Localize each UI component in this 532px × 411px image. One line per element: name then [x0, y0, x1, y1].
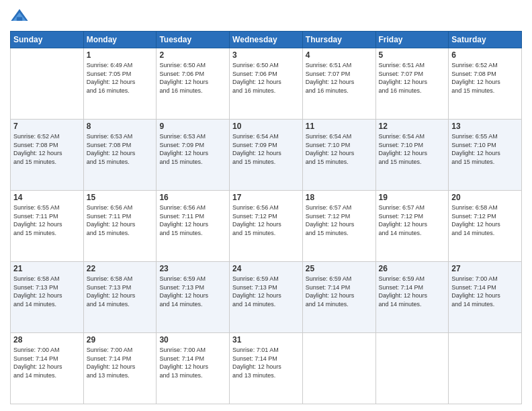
calendar-cell: 6Sunrise: 6:52 AM Sunset: 7:08 PM Daylig… [449, 48, 522, 120]
calendar-body: 1Sunrise: 6:49 AM Sunset: 7:05 PM Daylig… [11, 48, 522, 404]
day-number: 17 [232, 193, 300, 202]
logo [10, 7, 32, 26]
day-number: 25 [306, 264, 373, 273]
logo-icon [10, 7, 29, 26]
day-info: Sunrise: 6:49 AM Sunset: 7:05 PM Dayligh… [87, 61, 154, 95]
calendar-cell: 17Sunrise: 6:56 AM Sunset: 7:12 PM Dayli… [230, 191, 303, 262]
day-info: Sunrise: 6:59 AM Sunset: 7:14 PM Dayligh… [379, 275, 446, 308]
calendar-cell [302, 333, 375, 404]
weekday-header-cell: Sunday [11, 32, 84, 48]
day-number: 7 [13, 122, 81, 131]
calendar-cell: 4Sunrise: 6:51 AM Sunset: 7:07 PM Daylig… [302, 48, 375, 120]
day-number: 28 [13, 335, 81, 345]
calendar-cell: 29Sunrise: 7:00 AM Sunset: 7:14 PM Dayli… [83, 333, 157, 404]
day-info: Sunrise: 6:54 AM Sunset: 7:09 PM Dayligh… [232, 132, 300, 166]
calendar-week-row: 14Sunrise: 6:55 AM Sunset: 7:11 PM Dayli… [11, 191, 522, 262]
day-number: 3 [232, 50, 300, 60]
day-info: Sunrise: 7:00 AM Sunset: 7:14 PM Dayligh… [159, 346, 226, 379]
day-number: 5 [379, 50, 446, 60]
day-info: Sunrise: 6:55 AM Sunset: 7:10 PM Dayligh… [451, 132, 519, 166]
day-info: Sunrise: 6:56 AM Sunset: 7:11 PM Dayligh… [159, 203, 226, 237]
weekday-header-cell: Wednesday [230, 32, 303, 48]
day-number: 1 [87, 50, 154, 60]
weekday-header-row: SundayMondayTuesdayWednesdayThursdayFrid… [11, 32, 522, 48]
day-info: Sunrise: 7:00 AM Sunset: 7:14 PM Dayligh… [451, 275, 519, 308]
calendar-cell: 31Sunrise: 7:01 AM Sunset: 7:14 PM Dayli… [230, 333, 303, 404]
day-number: 9 [159, 122, 226, 131]
day-info: Sunrise: 6:58 AM Sunset: 7:13 PM Dayligh… [87, 275, 154, 308]
day-number: 6 [451, 50, 519, 60]
calendar-cell: 13Sunrise: 6:55 AM Sunset: 7:10 PM Dayli… [449, 120, 522, 191]
calendar-cell: 18Sunrise: 6:57 AM Sunset: 7:12 PM Dayli… [302, 191, 375, 262]
calendar-cell: 22Sunrise: 6:58 AM Sunset: 7:13 PM Dayli… [83, 262, 157, 333]
calendar-cell: 16Sunrise: 6:56 AM Sunset: 7:11 PM Dayli… [157, 191, 230, 262]
calendar-cell [449, 333, 522, 404]
day-info: Sunrise: 7:01 AM Sunset: 7:14 PM Dayligh… [232, 346, 300, 379]
day-number: 4 [306, 50, 373, 60]
day-info: Sunrise: 6:50 AM Sunset: 7:06 PM Dayligh… [232, 61, 300, 95]
calendar-cell: 7Sunrise: 6:52 AM Sunset: 7:08 PM Daylig… [11, 120, 84, 191]
day-number: 16 [159, 193, 226, 202]
day-info: Sunrise: 6:58 AM Sunset: 7:13 PM Dayligh… [13, 275, 81, 308]
calendar-cell: 28Sunrise: 7:00 AM Sunset: 7:14 PM Dayli… [11, 333, 84, 404]
svg-rect-2 [17, 17, 22, 21]
weekday-header-cell: Tuesday [157, 32, 230, 48]
day-number: 13 [451, 122, 519, 131]
day-info: Sunrise: 6:52 AM Sunset: 7:08 PM Dayligh… [451, 61, 519, 95]
day-number: 20 [451, 193, 519, 202]
weekday-header-cell: Saturday [449, 32, 522, 48]
calendar-cell: 27Sunrise: 7:00 AM Sunset: 7:14 PM Dayli… [449, 262, 522, 333]
day-number: 8 [87, 122, 154, 131]
header [10, 7, 522, 26]
calendar-table: SundayMondayTuesdayWednesdayThursdayFrid… [10, 31, 522, 404]
day-number: 19 [379, 193, 446, 202]
calendar-cell: 3Sunrise: 6:50 AM Sunset: 7:06 PM Daylig… [230, 48, 303, 120]
day-number: 10 [232, 122, 300, 131]
calendar-cell: 12Sunrise: 6:54 AM Sunset: 7:10 PM Dayli… [375, 120, 449, 191]
calendar-cell: 14Sunrise: 6:55 AM Sunset: 7:11 PM Dayli… [11, 191, 84, 262]
day-info: Sunrise: 6:59 AM Sunset: 7:14 PM Dayligh… [306, 275, 373, 308]
calendar-week-row: 21Sunrise: 6:58 AM Sunset: 7:13 PM Dayli… [11, 262, 522, 333]
day-info: Sunrise: 6:54 AM Sunset: 7:10 PM Dayligh… [306, 132, 373, 166]
day-number: 15 [87, 193, 154, 202]
calendar-cell: 1Sunrise: 6:49 AM Sunset: 7:05 PM Daylig… [83, 48, 157, 120]
day-info: Sunrise: 7:00 AM Sunset: 7:14 PM Dayligh… [13, 346, 81, 379]
day-number: 12 [379, 122, 446, 131]
calendar-cell [11, 48, 84, 120]
day-info: Sunrise: 6:57 AM Sunset: 7:12 PM Dayligh… [306, 203, 373, 237]
calendar-cell [375, 333, 449, 404]
day-info: Sunrise: 6:54 AM Sunset: 7:10 PM Dayligh… [379, 132, 446, 166]
calendar-cell: 26Sunrise: 6:59 AM Sunset: 7:14 PM Dayli… [375, 262, 449, 333]
day-info: Sunrise: 6:58 AM Sunset: 7:12 PM Dayligh… [451, 203, 519, 237]
day-number: 14 [13, 193, 81, 202]
calendar-cell: 2Sunrise: 6:50 AM Sunset: 7:06 PM Daylig… [157, 48, 230, 120]
weekday-header-cell: Monday [83, 32, 157, 48]
calendar-week-row: 7Sunrise: 6:52 AM Sunset: 7:08 PM Daylig… [11, 120, 522, 191]
calendar-cell: 20Sunrise: 6:58 AM Sunset: 7:12 PM Dayli… [449, 191, 522, 262]
day-info: Sunrise: 6:50 AM Sunset: 7:06 PM Dayligh… [159, 61, 226, 95]
calendar-cell: 11Sunrise: 6:54 AM Sunset: 7:10 PM Dayli… [302, 120, 375, 191]
day-info: Sunrise: 6:56 AM Sunset: 7:11 PM Dayligh… [87, 203, 154, 237]
calendar-cell: 30Sunrise: 7:00 AM Sunset: 7:14 PM Dayli… [157, 333, 230, 404]
day-info: Sunrise: 7:00 AM Sunset: 7:14 PM Dayligh… [87, 346, 154, 379]
day-info: Sunrise: 6:55 AM Sunset: 7:11 PM Dayligh… [13, 203, 81, 237]
calendar-cell: 9Sunrise: 6:53 AM Sunset: 7:09 PM Daylig… [157, 120, 230, 191]
calendar-week-row: 28Sunrise: 7:00 AM Sunset: 7:14 PM Dayli… [11, 333, 522, 404]
calendar-cell: 25Sunrise: 6:59 AM Sunset: 7:14 PM Dayli… [302, 262, 375, 333]
day-number: 30 [159, 335, 226, 345]
day-info: Sunrise: 6:51 AM Sunset: 7:07 PM Dayligh… [379, 61, 446, 95]
calendar-cell: 23Sunrise: 6:59 AM Sunset: 7:13 PM Dayli… [157, 262, 230, 333]
day-info: Sunrise: 6:51 AM Sunset: 7:07 PM Dayligh… [306, 61, 373, 95]
calendar-cell: 5Sunrise: 6:51 AM Sunset: 7:07 PM Daylig… [375, 48, 449, 120]
day-number: 21 [13, 264, 81, 273]
day-number: 27 [451, 264, 519, 273]
day-number: 22 [87, 264, 154, 273]
day-info: Sunrise: 6:53 AM Sunset: 7:09 PM Dayligh… [159, 132, 226, 166]
day-number: 2 [159, 50, 226, 60]
calendar-cell: 24Sunrise: 6:59 AM Sunset: 7:13 PM Dayli… [230, 262, 303, 333]
day-number: 23 [159, 264, 226, 273]
weekday-header-cell: Thursday [302, 32, 375, 48]
day-info: Sunrise: 6:59 AM Sunset: 7:13 PM Dayligh… [232, 275, 300, 308]
day-info: Sunrise: 6:53 AM Sunset: 7:08 PM Dayligh… [87, 132, 154, 166]
day-number: 26 [379, 264, 446, 273]
